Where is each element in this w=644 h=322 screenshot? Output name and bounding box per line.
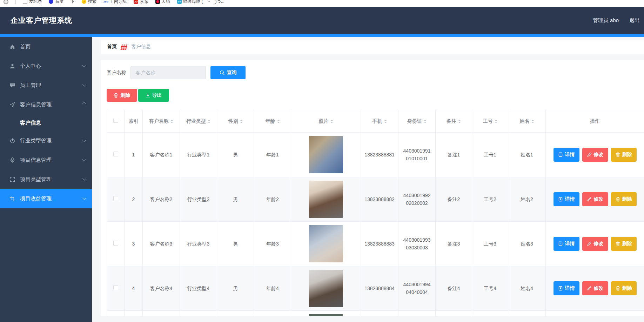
sidebar-item-employee-mgmt[interactable]: 员工管理	[0, 76, 92, 95]
bookmark-item[interactable]: 天猫	[155, 0, 170, 5]
table-row: 4 客户名称4 行业类型4 男 年龄4 13823888884 44030019…	[107, 266, 644, 311]
home-icon	[9, 44, 15, 50]
crop-icon	[9, 196, 15, 202]
col-header-name[interactable]: 客户名称	[143, 110, 180, 133]
bookmark-item[interactable]: 2345 上网导航	[103, 0, 127, 5]
sort-caret-icon[interactable]	[330, 118, 333, 125]
main-content: 首页 ∰ 客户信息 客户名称 查询 删除	[92, 37, 644, 322]
chevron-down-icon	[82, 176, 86, 180]
divider	[15, 0, 16, 4]
sort-caret-icon[interactable]	[458, 118, 461, 125]
bookmark-item[interactable]: JD 京东	[134, 0, 148, 5]
detail-button[interactable]: 详情	[554, 192, 579, 206]
col-header-staffname[interactable]: 姓名	[508, 110, 546, 133]
document-icon	[558, 152, 563, 157]
col-header-index: 索引	[125, 110, 143, 133]
col-header-industry[interactable]: 行业类型	[180, 110, 217, 133]
chat-icon	[9, 82, 15, 88]
table-header-row: 索引 客户名称 行业类型 性别 年龄 照片 手机 身份证 备注 工号 姓名 操作	[107, 110, 644, 133]
logout-link[interactable]: 退出	[629, 17, 640, 24]
sidebar-item-customer-info-mgmt[interactable]: 客户信息管理	[0, 95, 92, 114]
delete-button[interactable]: 删除	[611, 237, 637, 251]
edit-button[interactable]: 修改	[582, 148, 608, 162]
col-header-phone[interactable]: 手机	[361, 110, 398, 133]
col-header-age[interactable]: 年龄	[254, 110, 291, 133]
folder-icon	[23, 0, 27, 4]
delete-button[interactable]: 删除	[611, 148, 637, 162]
chevron-up-icon	[82, 102, 86, 106]
customer-photo	[309, 136, 343, 173]
trash-icon	[114, 93, 118, 98]
sort-caret-icon[interactable]	[384, 118, 387, 125]
col-header-idcard[interactable]: 身份证	[398, 110, 436, 133]
customer-photo	[309, 314, 343, 316]
microphone-icon	[9, 157, 15, 163]
sort-caret-icon[interactable]	[531, 118, 534, 125]
sort-caret-icon[interactable]	[170, 118, 173, 125]
pencil-icon	[587, 152, 592, 157]
row-checkbox[interactable]	[113, 152, 118, 156]
select-all-checkbox[interactable]	[113, 118, 118, 123]
app-header: 企业客户管理系统 管理员 abo 退出	[0, 7, 644, 34]
edit-button[interactable]: 修改	[582, 281, 608, 295]
row-checkbox[interactable]	[113, 241, 118, 246]
breadcrumb-separator-glyph: ∰	[120, 43, 128, 50]
table-row: 1 客户名称1 行业类型1 男 年龄1 13823888881 44030019…	[107, 133, 644, 177]
export-button[interactable]: 导出	[138, 89, 169, 102]
customer-name-input[interactable]	[130, 66, 206, 79]
send-icon	[9, 102, 15, 108]
sidebar-subitem-customer-info[interactable]: 客户信息	[0, 114, 92, 131]
col-header-jobno[interactable]: 工号	[472, 110, 508, 133]
sidebar-nav: 首页 个人中心 员工管理 客户信息管理 客户信息	[0, 37, 92, 322]
col-header-remark[interactable]: 备注	[436, 110, 472, 133]
col-header-gender[interactable]: 性别	[217, 110, 254, 133]
sidebar-item-project-info-mgmt[interactable]: 项目信息管理	[0, 150, 92, 170]
bookmark-item[interactable]: 卞	[71, 0, 75, 5]
row-checkbox[interactable]	[113, 285, 118, 290]
sidebar-item-project-revenue-mgmt[interactable]: 项目收益管理	[0, 189, 92, 208]
sort-caret-icon[interactable]	[495, 118, 497, 125]
sort-caret-icon[interactable]	[240, 118, 243, 125]
col-header-photo[interactable]: 照片	[291, 110, 361, 133]
edit-button[interactable]: 修改	[582, 237, 608, 251]
detail-button[interactable]: 详情	[554, 281, 579, 295]
table-row	[107, 311, 644, 316]
sort-caret-icon[interactable]	[277, 118, 280, 125]
chevron-down-icon	[82, 63, 86, 67]
bookmark-item[interactable]: 爱纯净	[23, 0, 42, 5]
bookmark-item[interactable]: TV 哔哩哔哩 ( ゜- ゜)つ...	[177, 0, 224, 5]
pencil-icon	[587, 286, 592, 291]
detail-button[interactable]: 详情	[554, 148, 579, 162]
customer-photo	[309, 225, 343, 262]
edit-button[interactable]: 修改	[582, 192, 608, 206]
bookmark-item[interactable]: 百度	[49, 0, 63, 5]
pencil-icon	[587, 197, 592, 202]
breadcrumb-current: 客户信息	[131, 43, 151, 50]
browser-bookmarks-bar: 爱纯净 百度 卞 J 搜索 2345 上网导航 JD 京东 天猫 TV 哔哩哔哩…	[0, 0, 644, 7]
sidebar-item-project-type-mgmt[interactable]: 项目类型管理	[0, 170, 92, 189]
document-icon	[558, 197, 563, 202]
breadcrumb: 首页 ∰ 客户信息	[101, 40, 644, 54]
sort-caret-icon[interactable]	[208, 118, 210, 125]
trash-icon	[616, 241, 620, 246]
2345-icon: 2345	[103, 0, 108, 4]
customer-table: 索引 客户名称 行业类型 性别 年龄 照片 手机 身份证 备注 工号 姓名 操作	[107, 110, 644, 316]
jd-icon: JD	[134, 0, 138, 4]
sidebar-item-personal-center[interactable]: 个人中心	[0, 56, 92, 76]
sidebar-item-home[interactable]: 首页	[0, 37, 92, 56]
download-icon	[146, 93, 150, 98]
bulk-delete-button[interactable]: 删除	[107, 89, 137, 102]
query-button[interactable]: 查询	[210, 66, 246, 79]
app-title: 企业客户管理系统	[11, 15, 72, 25]
detail-button[interactable]: 详情	[554, 237, 579, 251]
chevron-down-icon	[82, 82, 86, 86]
delete-button[interactable]: 删除	[611, 192, 637, 206]
delete-button[interactable]: 删除	[611, 281, 637, 295]
sort-caret-icon[interactable]	[424, 118, 427, 125]
browser-icon[interactable]	[4, 0, 8, 4]
chevron-down-icon	[82, 196, 86, 200]
breadcrumb-home[interactable]: 首页	[107, 43, 117, 50]
bookmark-item[interactable]: J 搜索	[82, 0, 96, 5]
sidebar-item-industry-type-mgmt[interactable]: 行业类型管理	[0, 131, 92, 150]
row-checkbox[interactable]	[113, 196, 118, 201]
